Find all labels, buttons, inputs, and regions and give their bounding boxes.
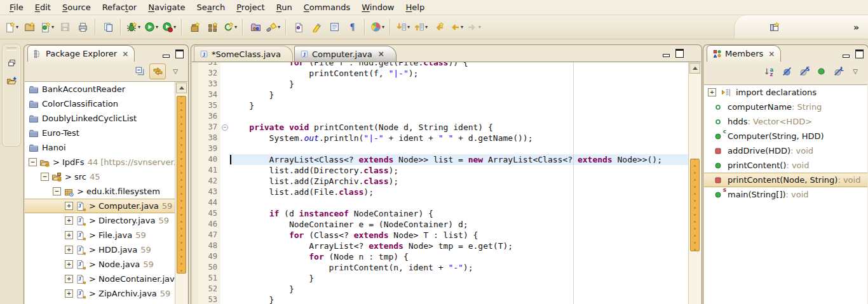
package-explorer-maximize-button[interactable]	[175, 50, 184, 58]
fold-bar-cell[interactable]	[220, 89, 229, 100]
fold-bar-cell[interactable]	[220, 165, 229, 176]
run-external-button[interactable]: ▾	[160, 18, 178, 36]
back-button[interactable]: ▾	[447, 18, 465, 36]
previous-annotation-button[interactable]: ▾	[412, 18, 430, 36]
line-number[interactable]: 46	[198, 219, 220, 230]
marker-bar-cell[interactable]	[192, 154, 198, 165]
tree-item-nodecontainer-java[interactable]: +J> NodeContainer.java	[25, 272, 175, 286]
member-item-main[interactable]: smain(String[]) : void	[704, 187, 867, 202]
code-line-45[interactable]: 45 if (d instanceof NodeContainer) {	[192, 208, 689, 219]
new-project-button[interactable]	[20, 18, 38, 36]
code-text[interactable]: }	[229, 100, 689, 111]
menu-item-source[interactable]: Source	[57, 1, 97, 14]
save-button[interactable]	[56, 18, 74, 36]
toolbar-overflow-chevron[interactable]: »	[853, 22, 859, 32]
line-number[interactable]: 32	[198, 68, 220, 79]
marker-bar-cell[interactable]	[192, 165, 198, 176]
code-line-37[interactable]: 37− private void printContent(Node d, St…	[192, 122, 689, 133]
menu-item-commands[interactable]: Commands	[298, 1, 356, 14]
menu-item-help[interactable]: Help	[400, 1, 431, 14]
code-line-49[interactable]: 49 for (Node n : tmp) {	[192, 251, 689, 262]
tree-item-computer-java[interactable]: +J> Computer.java59	[25, 199, 175, 213]
code-line-48[interactable]: 48 ArrayList<? extends Node> tmp = e.get…	[192, 241, 689, 251]
member-item-printcontent-node-string[interactable]: printContent(Node, String) : void	[704, 173, 867, 187]
code-line-47[interactable]: 47 for (Class<? extends Node> T : list) …	[192, 230, 689, 241]
code-line-51[interactable]: 51 }	[192, 273, 689, 284]
tree-item-edu-kit-filesystem[interactable]: −> edu.kit.filesystem	[25, 184, 175, 199]
line-number[interactable]: 35	[198, 100, 220, 111]
marker-bar-cell[interactable]	[192, 262, 198, 273]
fold-bar-cell[interactable]	[220, 208, 229, 219]
forward-button[interactable]: ▾	[465, 18, 483, 36]
code-line-31[interactable]: 31 for (File f : hdd.get(File.class)) {	[192, 62, 689, 68]
member-item-computername[interactable]: computerName : String	[704, 100, 867, 114]
mark-occurrences-button[interactable]	[290, 18, 308, 36]
marker-bar-cell[interactable]	[192, 176, 198, 187]
editor-minimize-button[interactable]	[663, 54, 670, 57]
editor-content[interactable]: 31 for (File f : hdd.get(File.class)) {3…	[192, 62, 701, 304]
code-line-43[interactable]: 43 list.add(File.class);	[192, 187, 689, 197]
expand-toggle[interactable]: +	[65, 246, 73, 254]
member-item-printcontent[interactable]: printContent() : void	[704, 158, 867, 173]
tree-item-file-java[interactable]: +J> File.java59	[25, 228, 175, 242]
editor-scrollbar[interactable]	[688, 62, 701, 304]
fold-bar-cell[interactable]	[220, 262, 229, 273]
expand-toggle[interactable]: −	[53, 187, 61, 195]
fold-collapse-icon[interactable]: −	[222, 124, 228, 131]
code-text[interactable]: list.add(ZipArchiv.class);	[229, 176, 689, 187]
highlight-button[interactable]	[308, 18, 325, 36]
line-number[interactable]: 38	[198, 133, 220, 143]
code-line-41[interactable]: 41 list.add(Directory.class);	[192, 165, 689, 176]
scrollbar-thumb[interactable]	[177, 96, 186, 274]
marker-bar-cell[interactable]	[192, 133, 198, 143]
line-number[interactable]: 52	[198, 284, 220, 294]
marker-bar-cell[interactable]	[192, 197, 198, 208]
menu-item-search[interactable]: Search	[191, 1, 231, 14]
fast-view-project-button[interactable]	[4, 74, 18, 88]
code-text[interactable]: }	[229, 294, 689, 304]
new-class-button[interactable]: ▾	[38, 18, 56, 36]
line-number[interactable]: 43	[198, 187, 220, 197]
line-number[interactable]: 51	[198, 273, 220, 284]
pe-link-with-editor-button[interactable]	[149, 63, 166, 79]
color-palette-button[interactable]: ▾	[369, 18, 386, 36]
tree-item-src[interactable]: −> src45	[25, 169, 175, 184]
debug-button[interactable]: ▾	[125, 18, 142, 36]
line-number[interactable]: 36	[198, 111, 220, 122]
code-text[interactable]: }	[229, 89, 689, 100]
fold-bar-cell[interactable]: −	[220, 122, 229, 133]
code-text[interactable]: ArrayList<Class<? extends Node>> list = …	[229, 154, 689, 165]
code-text[interactable]	[229, 111, 689, 122]
menu-item-window[interactable]: Window	[356, 1, 400, 14]
fold-bar-cell[interactable]	[220, 251, 229, 262]
tree-item-ipdfs[interactable]: −> IpdFs44 [https://svnserver.i	[25, 155, 175, 169]
code-line-33[interactable]: 33 }	[192, 79, 689, 89]
marker-bar-cell[interactable]	[192, 284, 198, 294]
fold-bar-cell[interactable]	[220, 111, 229, 122]
code-text[interactable]: NodeContainer e = (NodeContainer) d;	[229, 219, 689, 230]
editor-maximize-button[interactable]	[675, 49, 684, 58]
show-whitespace-button[interactable]: ¶	[343, 18, 361, 36]
members-tab[interactable]: Members ×	[707, 45, 781, 62]
next-annotation-button[interactable]: ▾	[394, 18, 412, 36]
fold-bar-cell[interactable]	[220, 100, 229, 111]
code-line-34[interactable]: 34 }	[192, 89, 689, 100]
code-text[interactable]: printContent(n, ident + "-");	[229, 262, 689, 273]
code-text[interactable]	[229, 143, 689, 154]
expand-toggle[interactable]: +	[65, 216, 73, 225]
fold-bar-cell[interactable]	[220, 143, 229, 154]
code-text[interactable]: for (File f : hdd.get(File.class)) {	[229, 62, 689, 68]
marker-bar-cell[interactable]	[192, 100, 198, 111]
members-minimize-button[interactable]	[843, 55, 850, 58]
member-item-computer-constructor[interactable]: cComputer(String, HDD)	[704, 129, 867, 143]
fold-bar-cell[interactable]	[220, 187, 229, 197]
code-text[interactable]: for (Node n : tmp) {	[229, 251, 689, 262]
fold-bar-cell[interactable]	[220, 62, 229, 68]
marker-bar-cell[interactable]	[192, 89, 198, 100]
menu-item-file[interactable]: File	[4, 1, 29, 14]
fold-bar-cell[interactable]	[220, 284, 229, 294]
fold-bar-cell[interactable]	[220, 176, 229, 187]
marker-bar-cell[interactable]	[192, 111, 198, 122]
marker-bar-cell[interactable]	[192, 79, 198, 89]
fold-bar-cell[interactable]	[220, 154, 229, 165]
